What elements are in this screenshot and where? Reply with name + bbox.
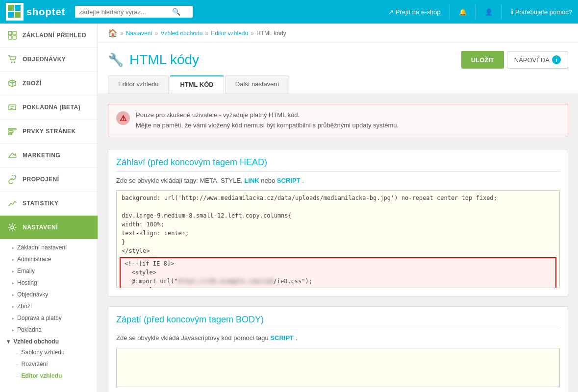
bullet-icon: ▸ [12, 269, 14, 274]
svg-rect-1 [15, 5, 21, 11]
help-circle-icon: ℹ [511, 8, 513, 16]
nav-user[interactable]: 👤 [485, 8, 493, 16]
sidebar-item-zbozi[interactable]: ZBOŽÍ [0, 72, 98, 96]
warning-text: Pouze pro zkušené uživatele - vyžaduje p… [136, 110, 399, 131]
sidebar-item-propojeni[interactable]: PROPOJENÍ [0, 168, 98, 192]
svg-point-9 [14, 62, 15, 63]
section-head-desc: Zde se obvykle vkládají tagy: META, STYL… [116, 176, 560, 186]
page-title: HTML kódy [129, 52, 199, 68]
bullet-icon: ▸ [12, 316, 14, 321]
section-body-desc: Zde se obvykle vkládá Javascriptový kód … [116, 333, 560, 343]
sidebar-subitem-sablony[interactable]: – Šablony vzhledu [0, 346, 98, 358]
breadcrumb-editor[interactable]: Editor vzhledu [211, 30, 248, 37]
svg-rect-2 [8, 12, 14, 18]
section-head-title: Záhlaví (před koncovým tagem HEAD) [116, 157, 560, 172]
svg-rect-12 [8, 131, 13, 132]
sidebar-subitem-rozlozeni[interactable]: – Rozvržení [0, 358, 98, 370]
svg-rect-4 [8, 31, 12, 35]
section-head-block: Záhlaví (před koncovým tagem HEAD) Zde s… [108, 149, 568, 297]
sidebar-item-pokladna[interactable]: POKLADNA (BETA) [0, 96, 98, 120]
help-button[interactable]: NÁPOVĚDA i [507, 51, 568, 69]
sidebar-subitem-pokladna[interactable]: ▸ Pokladna [0, 324, 98, 336]
nav-separator-3 [502, 4, 502, 19]
nav-help[interactable]: ℹ Potřebujete pomoc? [511, 8, 572, 16]
svg-rect-10 [9, 105, 16, 110]
elements-icon [7, 126, 18, 137]
highlight-line-2: @import url("https://cdn.example.com/ie8… [123, 277, 553, 286]
svg-rect-13 [8, 133, 12, 135]
save-button[interactable]: ULOŽIT [461, 51, 504, 69]
nav-bell[interactable]: 🔔 [459, 8, 467, 16]
body-code-editor[interactable] [116, 348, 560, 387]
sidebar-subitem-administrace[interactable]: ▸ Administrace [0, 253, 98, 265]
home-icon[interactable]: 🏠 [108, 28, 118, 38]
sidebar-subitem-zbozi[interactable]: ▸ Zboží [0, 300, 98, 312]
code-line-1 [120, 202, 556, 211]
logo[interactable]: shoptet [6, 3, 65, 21]
sidebar-subitem-zakladni[interactable]: ▸ Základní nastavení [0, 242, 98, 253]
page-header-top: 🔧 HTML kódy ULOŽIT NÁPOVĚDA i [108, 51, 568, 69]
register-icon [7, 102, 18, 113]
nav-separator-1 [450, 4, 450, 19]
sidebar-subitem-objednavky[interactable]: ▸ Objednávky [0, 289, 98, 300]
bullet-icon: – [16, 350, 19, 355]
svg-rect-0 [8, 5, 14, 11]
sidebar-subitem-doprava[interactable]: ▸ Doprava a platby [0, 312, 98, 324]
content-area: 🏠 » Nastavení » Vzhled obchodu » Editor … [98, 24, 578, 392]
sidebar-subitem-emaily[interactable]: ▸ Emaily [0, 265, 98, 277]
search-input[interactable] [79, 8, 172, 16]
active-bullet-icon: – [16, 373, 19, 379]
breadcrumb-nastaveni[interactable]: Nastavení [126, 30, 152, 37]
code-line-2: div.large-9.medium-8.small-12.left.copy.… [120, 211, 556, 220]
sidebar-item-zakladni-prehled[interactable]: ZÁKLADNÍ PŘEHLED [0, 24, 98, 48]
svg-point-14 [11, 226, 14, 229]
tab-dalsi-nastaveni[interactable]: Další nastavení [225, 75, 290, 94]
sidebar-item-prvky[interactable]: PRVKY STRÁNEK [0, 120, 98, 144]
header-buttons: ULOŽIT NÁPOVĚDA i [461, 51, 568, 69]
marketing-icon [7, 150, 18, 161]
sidebar-item-marketing[interactable]: MARKETING [0, 144, 98, 168]
sidebar-item-nastaveni[interactable]: NASTAVENÍ [0, 216, 98, 240]
code-line-6: </style> [120, 246, 556, 255]
section-body-block: Zápatí (před koncovým tagem BODY) Zde se… [108, 306, 568, 392]
page-header: 🔧 HTML kódy ULOŽIT NÁPOVĚDA i Editor vzh… [98, 43, 578, 94]
box-icon [7, 78, 18, 89]
breadcrumb-sep-3: » [251, 30, 254, 37]
bullet-icon: ▸ [12, 280, 14, 286]
highlight-line-3: </style> [123, 286, 553, 288]
breadcrumb-sep-1: » [155, 30, 158, 37]
tab-editor-vzhledu[interactable]: Editor vzhledu [108, 75, 169, 94]
head-code-editor[interactable]: background: url('http://www.mediamilacka… [116, 190, 560, 288]
info-icon: i [552, 55, 561, 64]
warning-box: ⚠ Pouze pro zkušené uživatele - vyžaduje… [108, 104, 568, 137]
search-bar[interactable]: 🔍 [75, 6, 193, 18]
wrench-icon: 🔧 [108, 52, 124, 68]
sidebar-subitem-editor[interactable]: – Editor vzhledu [0, 370, 98, 382]
highlight-line-1: <style> [123, 268, 553, 277]
code-line-4: text-align: center; [120, 229, 556, 238]
user-icon: 👤 [485, 8, 493, 16]
triangle-icon: ▾ [7, 338, 10, 345]
bullet-icon: ▸ [12, 245, 14, 250]
bullet-icon: – [16, 362, 19, 367]
nav-shop-link[interactable]: ↗ Přejít na e-shop [388, 8, 441, 16]
dashboard-icon [7, 30, 18, 41]
sidebar-subnav: ▸ Základní nastavení ▸ Administrace ▸ Em… [0, 240, 98, 384]
svg-rect-11 [8, 128, 16, 130]
code-line-0: background: url('http://www.mediamilacka… [120, 194, 556, 202]
top-navigation: shoptet 🔍 ↗ Přejít na e-shop 🔔 👤 ℹ Potře… [0, 0, 578, 24]
page-title-row: 🔧 HTML kódy [108, 52, 199, 68]
sidebar: ZÁKLADNÍ PŘEHLED OBJEDNÁVKY ZBOŽÍ [0, 24, 98, 392]
sidebar-subitem-hosting[interactable]: ▸ Hosting [0, 277, 98, 289]
logo-text: shoptet [26, 6, 65, 18]
breadcrumb-vzhled[interactable]: Vzhled obchodu [160, 30, 202, 37]
sidebar-item-objednavky[interactable]: OBJEDNÁVKY [0, 48, 98, 72]
vzhled-section-label: ▾ Vzhled obchodu [0, 336, 98, 346]
logo-icon [6, 3, 24, 21]
settings-icon [7, 222, 18, 233]
warning-icon: ⚠ [116, 111, 130, 125]
sidebar-item-statistiky[interactable]: STATISTIKY [0, 192, 98, 216]
nav-actions: ↗ Přejít na e-shop 🔔 👤 ℹ Potřebujete pom… [388, 4, 572, 19]
tab-html-kod[interactable]: HTML KÓD [170, 75, 224, 94]
link-icon [7, 174, 18, 185]
